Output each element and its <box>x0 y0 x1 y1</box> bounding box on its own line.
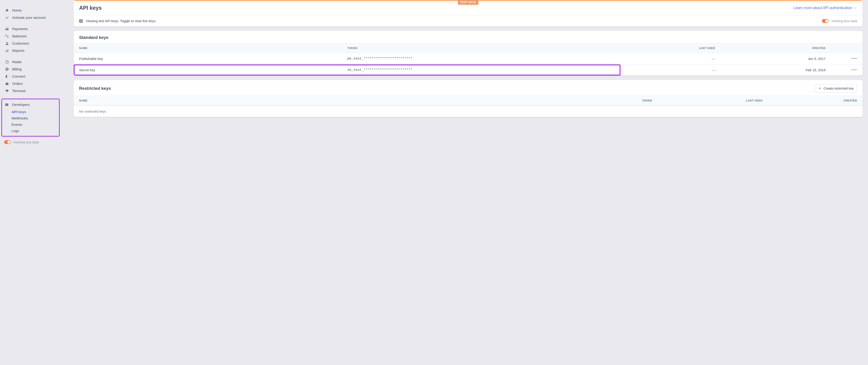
key-name: Secret key <box>74 64 342 76</box>
sidebar-item-billing[interactable]: Billing <box>3 66 58 73</box>
learn-more-link[interactable]: Learn more about API authentication → <box>794 6 857 10</box>
view-live-toggle[interactable] <box>822 19 829 23</box>
sidebar-item-label: Billing <box>12 67 22 71</box>
restricted-keys-title: Restricted keys <box>79 86 111 91</box>
svg-rect-5 <box>8 49 8 52</box>
arrow-right-icon: → <box>854 6 857 10</box>
sidebar-item-label: Terminal <box>12 89 26 93</box>
sidebar-item-label: Connect <box>12 74 25 79</box>
radar-icon <box>5 60 9 64</box>
table-row: Publishable keypk_test_*****************… <box>74 53 863 64</box>
restricted-keys-card: Restricted keys ＋ Create restricted key … <box>74 80 863 117</box>
sidebar-item-label: Activate your account <box>12 16 46 20</box>
more-icon[interactable]: ••• <box>851 68 857 72</box>
info-icon: i <box>79 19 83 23</box>
rcol-token: TOKEN <box>579 96 657 105</box>
basket-icon <box>5 82 9 86</box>
sidebar-item-balances[interactable]: Balances <box>3 33 58 40</box>
svg-rect-1 <box>5 29 8 29</box>
sidebar-item-label: Radar <box>12 60 22 64</box>
sidebar-item-label: Customers <box>12 41 29 45</box>
sidebar-item-activate[interactable]: Activate your account <box>3 14 58 21</box>
plus-icon: ＋ <box>818 86 822 91</box>
svg-rect-10 <box>6 83 8 85</box>
svg-point-8 <box>6 68 8 70</box>
rcol-last-used: LAST USED <box>657 96 768 105</box>
col-token: TOKEN <box>342 43 626 53</box>
sidebar-item-developers[interactable]: Developers <box>3 101 58 108</box>
table-row: Secret keysk_test_**********************… <box>74 64 863 76</box>
sidebar-sub-logs[interactable]: Logs <box>11 128 58 134</box>
sidebar-item-label: Home <box>12 8 22 12</box>
restricted-keys-table: NAME TOKEN LAST USED CREATED <box>74 96 863 105</box>
sidebar-item-payments[interactable]: Payments <box>3 25 58 33</box>
billing-icon <box>5 67 9 71</box>
key-name: Publishable key <box>74 53 342 64</box>
test-mode-toggle[interactable] <box>4 140 11 144</box>
check-icon <box>5 16 9 20</box>
viewing-test-label: Viewing test data <box>13 140 39 144</box>
sidebar-item-connect[interactable]: Connect <box>3 73 58 80</box>
svg-point-2 <box>6 42 8 43</box>
sidebar-item-radar[interactable]: Radar <box>3 58 58 66</box>
sidebar-sub-api-keys[interactable]: API keys <box>11 109 58 115</box>
code-icon <box>5 103 9 107</box>
sidebar-item-reports[interactable]: Reports <box>3 47 58 54</box>
rcol-name: NAME <box>74 96 579 105</box>
main-content: TEST DATA API keys Learn more about API … <box>61 0 868 149</box>
more-icon[interactable]: ••• <box>851 56 857 61</box>
user-icon <box>5 41 9 45</box>
sidebar-item-label: Reports <box>12 49 24 53</box>
svg-rect-11 <box>6 90 8 92</box>
sidebar: Home Activate your account Payments <box>0 0 61 149</box>
svg-rect-12 <box>6 92 8 92</box>
standard-keys-title: Standard keys <box>79 35 108 40</box>
svg-rect-3 <box>6 51 6 52</box>
sidebar-item-orders[interactable]: Orders <box>3 80 58 87</box>
connect-icon <box>5 74 9 79</box>
key-last-used: — <box>626 53 721 64</box>
col-last-used: LAST USED <box>626 43 721 53</box>
sidebar-item-terminal[interactable]: Terminal <box>3 87 58 94</box>
page-title: API keys <box>79 5 102 11</box>
rcol-created: CREATED <box>768 96 863 105</box>
transfer-icon <box>5 34 9 38</box>
svg-rect-4 <box>7 50 7 52</box>
key-token[interactable]: pk_test_************************ <box>342 53 626 64</box>
header-viewing-test-label: Viewing test data <box>831 19 857 23</box>
header-card: TEST DATA API keys Learn more about API … <box>74 0 863 27</box>
learn-more-label: Learn more about API authentication <box>794 6 852 10</box>
standard-keys-card: Standard keys NAME TOKEN LAST USED CREAT… <box>74 31 863 75</box>
chart-icon <box>5 49 9 53</box>
key-created: Jun 5, 2017 <box>721 53 831 64</box>
col-name: NAME <box>74 43 342 53</box>
sidebar-item-label: Payments <box>12 27 28 31</box>
developers-highlight: Developers API keys Webhooks Events Logs <box>1 99 60 136</box>
sidebar-item-home[interactable]: Home <box>3 7 58 14</box>
sidebar-item-label: Balances <box>12 34 27 38</box>
restricted-keys-empty: No restricted keys <box>74 105 863 117</box>
sidebar-sub-events[interactable]: Events <box>11 121 58 128</box>
key-created: Feb 15, 2019 <box>721 64 831 76</box>
svg-rect-13 <box>5 103 8 106</box>
info-text: Viewing test API keys. Toggle to view li… <box>86 19 156 23</box>
svg-rect-0 <box>5 28 8 30</box>
home-icon <box>5 8 9 12</box>
sidebar-item-customers[interactable]: Customers <box>3 40 58 47</box>
sidebar-item-label: Developers <box>12 103 30 107</box>
col-created: CREATED <box>721 43 831 53</box>
create-restricted-key-label: Create restricted key <box>824 87 854 90</box>
key-last-used: — <box>626 64 721 76</box>
sidebar-item-label: Orders <box>12 82 23 86</box>
create-restricted-key-button[interactable]: ＋ Create restricted key <box>815 84 857 92</box>
standard-keys-table: NAME TOKEN LAST USED CREATED Publishable… <box>74 43 863 75</box>
key-token[interactable]: sk_test_************************ <box>342 64 626 76</box>
terminal-hw-icon <box>5 89 9 93</box>
sidebar-sub-webhooks[interactable]: Webhooks <box>11 115 58 121</box>
sidebar-viewing-test: Viewing test data <box>3 140 58 144</box>
wallet-icon <box>5 27 9 31</box>
